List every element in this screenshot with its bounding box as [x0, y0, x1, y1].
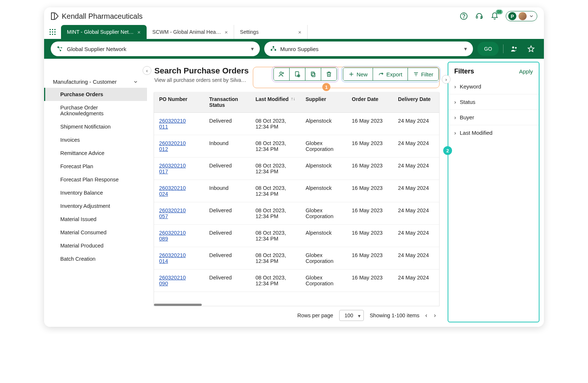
scope-label: Global Supplier Network — [67, 46, 126, 52]
po-link[interactable]: 260320210017 — [159, 163, 186, 174]
annotation-badge-2: 2 — [443, 146, 452, 155]
tab-1[interactable]: SCWM - Global Animal Hea…× — [147, 25, 234, 39]
svg-rect-26 — [311, 72, 314, 76]
po-link[interactable]: 260320210089 — [159, 230, 186, 242]
showing-label: Showing 1-100 items — [370, 312, 419, 318]
column-header[interactable]: Order Date — [347, 92, 393, 113]
apps-launcher-icon[interactable] — [44, 26, 61, 38]
svg-rect-5 — [50, 29, 51, 30]
svg-rect-10 — [54, 32, 55, 33]
delete-button[interactable] — [321, 68, 337, 80]
close-icon[interactable]: × — [225, 29, 228, 35]
divider — [503, 44, 503, 53]
favorite-icon[interactable] — [525, 43, 537, 55]
page-nav: ‹ › — [425, 312, 436, 319]
column-header[interactable]: Transaction Status — [204, 92, 250, 113]
tab-0[interactable]: MINT - Global Supplier Net…× — [61, 25, 147, 39]
table-row: 260320210012Inbound08 Oct 2023,12:34 PMG… — [154, 135, 439, 158]
sidebar-section-label: Manufacturing - Customer — [53, 79, 116, 85]
sidebar-item-forecast-plan[interactable]: Forecast Plan — [44, 160, 147, 173]
sidebar-item-batch-creation[interactable]: Batch Creation — [44, 252, 147, 265]
sidebar-item-inventory-balance[interactable]: Inventory Balance — [44, 186, 147, 199]
po-link[interactable]: 260320210057 — [159, 207, 186, 219]
sidebar: ‹ Manufacturing - Customer Purchase Orde… — [44, 59, 147, 327]
table-container[interactable]: PO NumberTransaction StatusLast Modified… — [154, 92, 440, 306]
po-link[interactable]: 260320210011 — [159, 118, 186, 130]
po-link[interactable]: 260320210012 — [159, 140, 186, 152]
brand: Kendall Pharmaceuticals — [51, 12, 143, 21]
chevron-down-icon — [529, 14, 534, 19]
chevron-right-icon: › — [454, 83, 456, 90]
svg-point-15 — [61, 47, 62, 48]
sidebar-item-material-consumed[interactable]: Material Consumed — [44, 226, 147, 239]
user-menu[interactable]: P — [506, 11, 537, 21]
table-row: 260320210090Delivered08 Oct 2023,12:34 P… — [154, 270, 439, 292]
column-header[interactable]: Delivery Date — [393, 92, 439, 113]
entity-selector[interactable]: Munro Supplies ▾ — [264, 41, 473, 56]
top-header: Kendall Pharmaceuticals 08 P — [44, 7, 544, 25]
po-link[interactable]: 260320210024 — [159, 185, 186, 197]
document-settings-button[interactable] — [290, 68, 305, 80]
apply-filters-button[interactable]: Apply — [519, 68, 533, 75]
tab-2[interactable]: Settings× — [234, 25, 308, 39]
assign-user-button[interactable] — [274, 68, 290, 80]
sidebar-item-remittance-advice[interactable]: Remittance Advice — [44, 147, 147, 160]
chevron-down-icon: ▾ — [358, 313, 361, 319]
team-icon[interactable] — [508, 43, 520, 55]
column-header[interactable]: Last Modified↑↓ — [250, 92, 300, 113]
svg-point-21 — [515, 47, 517, 49]
table-row: 260320210089Delivered08 Oct 2023,12:34 P… — [154, 225, 439, 247]
sort-icon: ↑↓ — [291, 96, 295, 101]
close-icon[interactable]: × — [298, 29, 301, 35]
close-icon[interactable]: × — [137, 29, 141, 35]
main-panel: › Search Purchase Orders View all purcha… — [147, 59, 446, 327]
prev-page-button[interactable]: ‹ — [425, 312, 427, 319]
toolbar: 1.1 1.2 New Export Filter — [273, 66, 439, 81]
filter-group-buyer[interactable]: ›Buyer — [448, 109, 539, 125]
collapse-sidebar-button[interactable]: ‹ — [143, 66, 151, 75]
filter-group-last-modified[interactable]: ›Last Modified — [448, 125, 539, 140]
copy-button[interactable] — [305, 68, 321, 80]
sidebar-item-forecast-plan-response[interactable]: Forecast Plan Response — [44, 173, 147, 186]
filter-group-status[interactable]: ›Status — [448, 94, 539, 109]
expand-panel-button[interactable]: › — [442, 75, 451, 84]
sidebar-item-material-issued[interactable]: Material Issued — [44, 213, 147, 226]
sidebar-section-toggle[interactable]: Manufacturing - Customer — [44, 79, 147, 88]
svg-rect-4 — [481, 16, 483, 18]
go-button[interactable]: GO — [477, 42, 499, 56]
po-link[interactable]: 260320210014 — [159, 252, 186, 264]
next-page-button[interactable]: › — [434, 312, 436, 319]
horizontal-scrollbar[interactable] — [154, 304, 202, 306]
help-icon[interactable] — [459, 12, 468, 21]
nav-list: Purchase OrdersPurchase Order Acknowledg… — [44, 88, 147, 265]
svg-point-2 — [463, 18, 464, 18]
filter-button[interactable]: Filter — [408, 68, 438, 80]
sidebar-item-purchase-order-acknowledgments[interactable]: Purchase Order Acknowledgments — [44, 101, 147, 120]
sidebar-item-shipment-notifictaion[interactable]: Shipment Notifictaion — [44, 120, 147, 133]
sidebar-item-invoices[interactable]: Invoices — [44, 133, 147, 147]
svg-rect-7 — [54, 29, 55, 30]
top-actions: 08 P — [459, 11, 537, 21]
table-row: 260320210017Delivered08 Oct 2023,12:34 P… — [154, 158, 439, 180]
sidebar-item-material-produced[interactable]: Material Produced — [44, 239, 147, 252]
body: ‹ Manufacturing - Customer Purchase Orde… — [44, 59, 544, 327]
new-button[interactable]: New — [343, 68, 373, 80]
svg-point-22 — [280, 72, 282, 74]
rows-per-page-select[interactable]: 100 ▾ — [339, 310, 364, 321]
export-button[interactable]: Export — [373, 68, 408, 80]
filter-group-keyword[interactable]: ›Keyword — [448, 79, 539, 94]
column-header[interactable]: Supplier — [300, 92, 347, 113]
sidebar-item-purchase-orders[interactable]: Purchase Orders — [44, 88, 147, 101]
column-header[interactable]: PO Number — [154, 92, 204, 113]
scope-selector[interactable]: Global Supplier Network ▾ — [51, 41, 260, 56]
svg-rect-8 — [50, 32, 51, 33]
sidebar-item-inventory-adjustment[interactable]: Inventory Adjustment — [44, 199, 147, 213]
tab-strip: MINT - Global Supplier Net…×SCWM - Globa… — [44, 25, 544, 39]
svg-point-14 — [57, 46, 59, 48]
notifications-icon[interactable]: 08 — [490, 12, 499, 21]
support-icon[interactable] — [475, 12, 484, 21]
brand-name: Kendall Pharmaceuticals — [62, 12, 143, 21]
chevron-down-icon — [133, 79, 138, 84]
brand-logo-icon — [51, 12, 59, 20]
po-link[interactable]: 260320210090 — [159, 275, 186, 286]
